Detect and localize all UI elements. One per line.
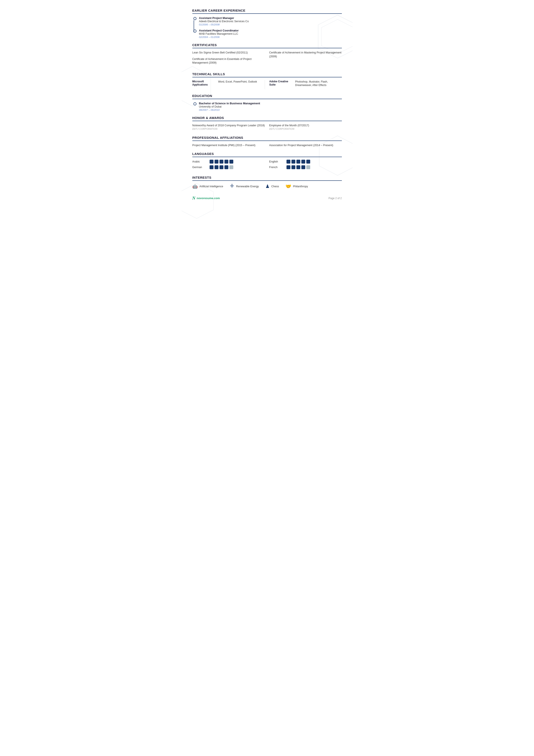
logo-icon: N [192, 196, 195, 201]
lang-dot [287, 160, 291, 164]
lang-dot [296, 165, 300, 169]
lang-dot [224, 160, 228, 164]
earlier-career-section: EARLIER CAREER EXPERIENCE Assistant Proj… [192, 9, 342, 39]
interests-section: INTERESTS 🤖 Artificial Intelligence Rene… [192, 176, 342, 189]
affiliations-left: Project Management Institute (PMI) (2015… [192, 144, 265, 148]
career-item-1-company: Adeeb Electrical & Electronic Services C… [199, 20, 249, 23]
philanthropy-icon: 🤝 [285, 184, 291, 189]
chess-icon: ♟ [266, 184, 270, 189]
affiliations-title: PROFESSIONAL AFFILIATIONS [192, 136, 342, 141]
certificates-left: Lean Six Sigma Green Belt Certified (02/… [192, 51, 265, 68]
lang-dot [292, 165, 295, 169]
interest-energy-label: Renewable Energy [236, 185, 259, 188]
career-item-1-date: 01/2006 – 05/2008 [199, 23, 249, 26]
languages-left: Arabic German [192, 160, 265, 171]
lang-dot [219, 160, 223, 164]
lang-english-name: English [269, 160, 287, 163]
affil-item-2: Association for Project Management (2014… [269, 144, 342, 148]
interest-ai-label: Artificial Intelligence [199, 185, 223, 188]
award-item-1: Noteworthy Award of 2018 Company Program… [192, 124, 265, 130]
interest-philanthropy: 🤝 Philanthropy [285, 184, 308, 189]
lang-dot [306, 165, 310, 169]
honors-columns: Noteworthy Award of 2018 Company Program… [192, 124, 342, 131]
lang-dot [224, 165, 228, 169]
skill-row-1: Microsoft Applications Word, Excel, Powe… [192, 80, 265, 87]
career-item-1-title: Assistant Project Manager [199, 16, 249, 20]
timeline-dot-1 [193, 17, 196, 20]
lang-dot [301, 165, 305, 169]
lang-german-name: German [192, 166, 210, 169]
certificates-columns: Lean Six Sigma Green Belt Certified (02/… [192, 51, 342, 68]
lang-french: French [269, 165, 342, 169]
lang-dot [229, 160, 233, 164]
education-item-1-title: Bachelor of Science in Business Manageme… [199, 102, 260, 105]
education-item-1-school: University of Dubai [199, 105, 260, 108]
career-item-2-date: 02/2004 – 01/2006 [199, 36, 239, 39]
logo-text: novoresume.com [197, 197, 220, 200]
career-item-2-content: Assistant Project Coordinator MAB Facili… [199, 29, 239, 39]
lang-french-name: French [269, 166, 287, 169]
certificates-section: CERTIFICATES Lean Six Sigma Green Belt C… [192, 43, 342, 68]
career-item-1-content: Assistant Project Manager Adeeb Electric… [199, 16, 249, 26]
lang-dot [296, 160, 300, 164]
education-title: EDUCATION [192, 94, 342, 99]
award-item-2: Employee of the Month (07/2017) DDTJ COR… [269, 124, 342, 130]
languages-right: English French [269, 160, 342, 171]
lang-dot [210, 160, 214, 164]
lang-english: English [269, 160, 342, 164]
education-item-1: Bachelor of Science in Business Manageme… [193, 102, 342, 111]
award-title-2: Employee of the Month (07/2017) [269, 124, 342, 127]
career-item-1: Assistant Project Manager Adeeb Electric… [193, 16, 342, 26]
education-dot-1 [193, 102, 196, 105]
logo: N novoresume.com [192, 196, 220, 201]
lang-arabic: Arabic [192, 160, 265, 164]
skill-value-2: Photoshop, Illustrator, Flash, Dreamweav… [295, 80, 342, 87]
lang-dot [229, 165, 233, 169]
award-org-2: DDTJ CORPORATION [269, 127, 342, 130]
interest-ai: 🤖 Artificial Intelligence [192, 184, 223, 189]
languages-section: LANGUAGES Arabic German [192, 152, 342, 171]
interest-energy: Renewable Energy [230, 183, 259, 189]
earlier-career-title: EARLIER CAREER EXPERIENCE [192, 9, 342, 14]
interests-title: INTERESTS [192, 176, 342, 181]
lang-dot [287, 165, 291, 169]
education-timeline: Bachelor of Science in Business Manageme… [192, 102, 342, 111]
interest-chess: ♟ Chess [266, 184, 279, 189]
honors-section: HONOR & AWARDS Noteworthy Award of 2018 … [192, 116, 342, 131]
interest-chess-label: Chess [271, 185, 279, 188]
skill-label-1: Microsoft Applications [192, 80, 218, 87]
affiliations-columns: Project Management Institute (PMI) (2015… [192, 144, 342, 148]
footer: N novoresume.com Page 2 of 2 [192, 196, 342, 201]
honors-left: Noteworthy Award of 2018 Company Program… [192, 124, 265, 131]
lang-dot [306, 160, 310, 164]
cert-item-2: Certificate of Achievement in Essentials… [192, 57, 265, 65]
career-timeline: Assistant Project Manager Adeeb Electric… [192, 16, 342, 39]
education-item-1-date: 08/2007 – 06/2010 [199, 109, 260, 111]
lang-german-dots [210, 165, 233, 169]
affiliations-right: Association for Project Management (2014… [269, 144, 342, 148]
affil-item-1: Project Management Institute (PMI) (2015… [192, 144, 265, 148]
honors-right: Employee of the Month (07/2017) DDTJ COR… [269, 124, 342, 131]
career-item-2-company: MAB Facilities Management LLC [199, 32, 239, 35]
skills-columns: Microsoft Applications Word, Excel, Powe… [192, 80, 342, 90]
languages-title: LANGUAGES [192, 152, 342, 157]
lang-english-dots [287, 160, 310, 164]
award-title-1: Noteworthy Award of 2018 Company Program… [192, 124, 265, 127]
cert-item-3: Certificate of Achievement in Mastering … [269, 51, 342, 58]
affiliations-section: PROFESSIONAL AFFILIATIONS Project Manage… [192, 136, 342, 148]
svg-point-8 [231, 185, 233, 186]
technical-skills-title: TECHNICAL SKILLS [192, 72, 342, 77]
technical-skills-section: TECHNICAL SKILLS Microsoft Applications … [192, 72, 342, 90]
interests-row: 🤖 Artificial Intelligence Renewable Ener… [192, 183, 342, 189]
education-section: EDUCATION Bachelor of Science in Busines… [192, 94, 342, 111]
languages-grid: Arabic German [192, 160, 342, 171]
certificates-right: Certificate of Achievement in Mastering … [269, 51, 342, 68]
education-item-1-content: Bachelor of Science in Business Manageme… [199, 102, 260, 111]
lang-dot [301, 160, 305, 164]
timeline-dot-2 [193, 30, 196, 33]
skills-right: Adobe Creative Suite Photoshop, Illustra… [265, 80, 342, 90]
skill-row-2: Adobe Creative Suite Photoshop, Illustra… [269, 80, 342, 87]
energy-icon [230, 183, 234, 189]
skill-value-1: Word, Excel, PowerPoint, Outlook [218, 80, 265, 84]
honors-title: HONOR & AWARDS [192, 116, 342, 121]
